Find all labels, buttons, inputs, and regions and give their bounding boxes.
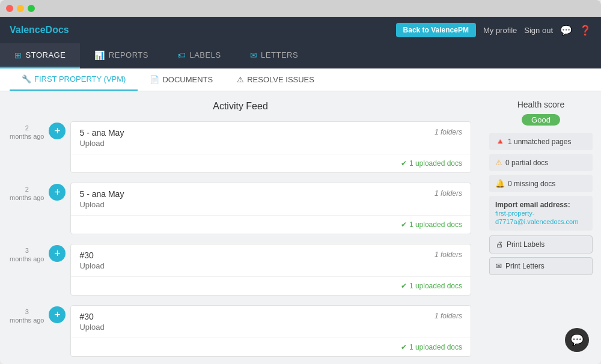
feed-card-folders: 1 folders	[435, 189, 462, 199]
checkmark-icon: ✔	[401, 159, 407, 168]
feed-card-footer: ✔ 1 uploaded docs	[71, 276, 471, 295]
main-nav: ⊞ STORAGE 📊 REPORTS 🏷 LABELS ✉ LETTERS	[0, 43, 601, 68]
back-to-valence-button[interactable]: Back to ValencePM	[396, 23, 476, 37]
close-btn[interactable]	[6, 5, 13, 12]
feed-card-title: 5 - ana May	[79, 189, 124, 199]
tab-reports-label: REPORTS	[109, 50, 148, 59]
sub-nav-resolve-label: RESOLVE ISSUES	[247, 75, 314, 84]
feed-time: 3months ago	[10, 244, 44, 264]
import-email-heading: Import email address:	[495, 201, 570, 209]
documents-icon: 📄	[150, 75, 159, 84]
feed-items-container: 2months ago + 5 - ana May 1 folders Uplo…	[10, 121, 471, 357]
checkmark-icon: ✔	[401, 343, 407, 351]
feed-card-action: Upload	[71, 139, 471, 154]
feed-card-title: 5 - ana May	[79, 128, 124, 138]
feed-card-folders: 1 folders	[435, 250, 462, 260]
warning-icon: ⚠	[237, 75, 244, 84]
feed-card-header: 5 - ana May 1 folders	[71, 122, 471, 139]
sub-nav: 🔧 FIRST PROPERTY (VPM) 📄 DOCUMENTS ⚠ RES…	[0, 68, 601, 91]
tab-letters[interactable]: ✉ LETTERS	[236, 43, 313, 68]
checkmark-icon: ✔	[401, 282, 407, 290]
feed-time: 2months ago	[10, 121, 44, 141]
storage-icon: ⊞	[14, 50, 22, 60]
feed-card-header: #30 1 folders	[71, 306, 471, 323]
partial-label: 0 partial docs	[505, 159, 548, 167]
print-labels-icon: 🖨	[496, 240, 503, 249]
feed-card-folders: 1 folders	[435, 312, 462, 321]
labels-icon: 🏷	[177, 50, 186, 60]
feed-card-action: Upload	[71, 323, 471, 338]
print-labels-label: Print Labels	[507, 240, 545, 249]
feed-card: #30 1 folders Upload ✔ 1 uploaded docs	[70, 244, 471, 296]
feed-card: 5 - ana May 1 folders Upload ✔ 1 uploade…	[70, 121, 471, 173]
app-window: ValenceDocs Back to ValencePM My profile…	[0, 0, 601, 364]
maximize-btn[interactable]	[28, 5, 35, 12]
logo-docs: Docs	[46, 25, 69, 35]
sign-out-link[interactable]: Sign out	[524, 26, 553, 35]
feed-add-button[interactable]: +	[49, 245, 66, 262]
uploaded-docs-badge: ✔ 1 uploaded docs	[401, 282, 462, 290]
feed-card: #30 1 folders Upload ✔ 1 uploaded docs	[70, 305, 471, 357]
feed-card: 5 - ana May 1 folders Upload ✔ 1 uploade…	[70, 183, 471, 234]
print-letters-button[interactable]: ✉ Print Letters	[489, 257, 593, 275]
content-area: Activity Feed 2months ago + 5 - ana May …	[0, 91, 601, 364]
sub-nav-documents[interactable]: 📄 DOCUMENTS	[138, 68, 225, 91]
top-nav-right: Back to ValencePM My profile Sign out 💬 …	[396, 23, 591, 37]
unmatched-label: 1 unmatched pages	[508, 138, 571, 146]
feed-add-button[interactable]: +	[49, 184, 66, 201]
wrench-icon: 🔧	[22, 74, 31, 83]
health-item-partial: ⚠ 0 partial docs	[489, 154, 593, 171]
activity-feed: Activity Feed 2months ago + 5 - ana May …	[0, 91, 481, 364]
print-labels-button[interactable]: 🖨 Print Labels	[489, 235, 593, 253]
health-score-title: Health score	[489, 100, 593, 109]
feed-card-title: #30	[79, 312, 93, 321]
sub-nav-property[interactable]: 🔧 FIRST PROPERTY (VPM)	[10, 68, 138, 91]
logo: ValenceDocs	[10, 25, 69, 35]
uploaded-docs-badge: ✔ 1 uploaded docs	[401, 159, 462, 168]
feed-card-footer: ✔ 1 uploaded docs	[71, 154, 471, 172]
chat-bubble-icon: 💬	[570, 333, 584, 347]
feed-add-button[interactable]: +	[49, 123, 66, 139]
top-nav: ValenceDocs Back to ValencePM My profile…	[0, 17, 601, 43]
sub-nav-property-label: FIRST PROPERTY (VPM)	[34, 74, 126, 83]
tab-reports[interactable]: 📊 REPORTS	[80, 43, 163, 68]
import-email-address: first-property-d7717a@i.valencedocs.com	[495, 210, 578, 225]
feed-card-title: #30	[79, 250, 93, 260]
feed-card-header: #30 1 folders	[71, 244, 471, 261]
feed-card-footer: ✔ 1 uploaded docs	[71, 215, 471, 234]
sub-nav-documents-label: DOCUMENTS	[162, 75, 213, 84]
feed-item: 2months ago + 5 - ana May 1 folders Uplo…	[10, 121, 471, 173]
import-email-box: Import email address: first-property-d77…	[489, 196, 593, 231]
tab-storage[interactable]: ⊞ STORAGE	[0, 43, 80, 68]
tab-storage-label: STORAGE	[26, 50, 66, 59]
health-score-panel: Health score Good 🔺 1 unmatched pages ⚠ …	[481, 91, 601, 364]
uploaded-docs-badge: ✔ 1 uploaded docs	[401, 220, 462, 229]
chat-bubble-button[interactable]: 💬	[565, 328, 589, 352]
feed-card-header: 5 - ana May 1 folders	[71, 183, 471, 200]
partial-icon: ⚠	[495, 158, 502, 167]
my-profile-link[interactable]: My profile	[483, 26, 517, 35]
feed-time: 2months ago	[10, 183, 44, 202]
print-letters-icon: ✉	[496, 262, 502, 270]
chat-icon[interactable]: 💬	[560, 25, 572, 36]
activity-feed-title: Activity Feed	[10, 101, 471, 112]
tab-labels[interactable]: 🏷 LABELS	[163, 43, 236, 68]
letters-icon: ✉	[250, 50, 258, 60]
feed-time: 3months ago	[10, 305, 44, 325]
checkmark-icon: ✔	[401, 220, 407, 229]
sub-nav-resolve[interactable]: ⚠ RESOLVE ISSUES	[225, 68, 326, 91]
feed-item: 3months ago + #30 1 folders Upload ✔ 1 u…	[10, 244, 471, 296]
health-item-missing: 🔔 0 missing docs	[489, 175, 593, 192]
missing-label: 0 missing docs	[508, 180, 555, 188]
missing-icon: 🔔	[495, 179, 505, 188]
feed-add-button[interactable]: +	[49, 306, 66, 323]
help-icon[interactable]: ❓	[579, 25, 591, 36]
feed-card-footer: ✔ 1 uploaded docs	[71, 338, 471, 356]
tab-labels-label: LABELS	[189, 50, 221, 59]
unmatched-icon: 🔺	[495, 137, 505, 146]
title-bar	[0, 0, 601, 17]
minimize-btn[interactable]	[17, 5, 24, 12]
print-letters-label: Print Letters	[505, 262, 545, 270]
feed-card-folders: 1 folders	[435, 128, 462, 138]
feed-card-action: Upload	[71, 200, 471, 215]
